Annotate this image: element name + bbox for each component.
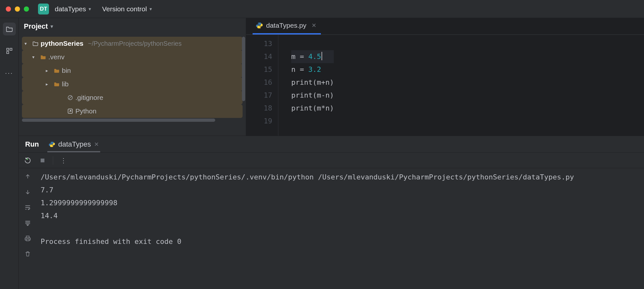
line-number: 17	[246, 89, 272, 102]
svg-line-4	[69, 96, 72, 99]
tree-item-label: .gitignore	[75, 94, 103, 101]
tree-item-label: Python	[75, 107, 96, 115]
line-gutter: 13 14 15 16 17 18 19	[246, 35, 278, 136]
more-toolwindows-button[interactable]: ···	[3, 66, 16, 79]
console-side-toolbar	[19, 168, 37, 289]
project-badge[interactable]: DT	[38, 4, 49, 14]
svg-rect-1	[10, 48, 12, 50]
chevron-down-icon: ▾	[89, 6, 91, 12]
folder-icon	[40, 54, 46, 60]
line-number: 13	[246, 37, 272, 50]
python-file-icon	[49, 141, 55, 148]
vertical-dots-icon: ⋮	[60, 157, 67, 164]
structure-icon	[6, 47, 13, 54]
stop-button[interactable]	[38, 156, 47, 165]
chevron-down-icon: ▾	[149, 6, 152, 12]
zoom-window-button[interactable]	[24, 6, 29, 12]
svg-rect-6	[41, 159, 44, 162]
shortcut-icon	[67, 108, 73, 114]
toolwindow-rail: ···	[0, 18, 19, 289]
tree-item-label: .venv	[48, 53, 64, 61]
line-number: 16	[246, 76, 272, 89]
line-number: 18	[246, 102, 272, 115]
line-number: 14	[246, 50, 272, 63]
rerun-button[interactable]	[23, 156, 32, 165]
soft-wrap-button[interactable]	[23, 203, 32, 212]
run-config-name: dataTypes	[58, 140, 91, 149]
chevron-down-icon: ▾	[51, 24, 53, 29]
python-file-icon	[256, 22, 263, 29]
code-content[interactable]: m = 4.5 n = 3.2 print(m+n) print(m-n) pr…	[278, 35, 334, 136]
close-window-button[interactable]	[6, 6, 11, 12]
project-panel: Project ▾ ▾ pythonSeries ~/PycharmProjec…	[19, 18, 246, 136]
project-name-label: dataTypes	[55, 5, 86, 13]
close-run-tab-button[interactable]: ✕	[94, 141, 99, 148]
code-area[interactable]: 13 14 15 16 17 18 19 m = 4.5 n = 3.2 pri…	[246, 35, 644, 136]
folder-icon	[32, 40, 39, 47]
run-panel-label[interactable]: Run	[24, 137, 40, 152]
project-toolwindow-button[interactable]	[3, 23, 16, 35]
editor: dataTypes.py ✕ 13 14 15 16 17 18 19	[246, 18, 644, 136]
run-tabbar: Run dataTypes ✕	[19, 136, 644, 153]
run-config-tab[interactable]: dataTypes ✕	[47, 137, 101, 152]
scroll-to-end-button[interactable]	[23, 218, 32, 227]
scroll-to-top-button[interactable]	[23, 172, 32, 181]
project-panel-title: Project	[24, 22, 48, 31]
print-button[interactable]	[23, 234, 32, 243]
vcs-menu[interactable]: Version control ▾	[102, 5, 152, 13]
chevron-down-icon[interactable]: ▾	[32, 54, 38, 60]
more-run-actions-button[interactable]: ⋮	[59, 156, 68, 165]
scroll-to-bottom-button[interactable]	[23, 188, 32, 197]
tree-item-python-link[interactable]: Python	[22, 104, 243, 118]
tree-item-label: lib	[62, 80, 69, 88]
svg-rect-0	[6, 48, 8, 50]
window-controls	[6, 6, 29, 12]
run-toolbar: ⋮	[19, 153, 644, 168]
chevron-right-icon[interactable]: ▸	[46, 82, 52, 87]
text-cursor	[322, 52, 322, 60]
dots-icon: ···	[5, 69, 14, 77]
tree-item-bin[interactable]: ▸ bin	[22, 64, 243, 77]
tree-item-label: bin	[62, 67, 71, 74]
tree-item-lib[interactable]: ▸ lib	[22, 77, 243, 91]
project-tree[interactable]: ▾ pythonSeries ~/PycharmProjects/pythonS…	[22, 37, 243, 118]
editor-tab[interactable]: dataTypes.py ✕	[253, 18, 321, 34]
tree-horizontal-scrollbar[interactable]	[22, 119, 243, 122]
tree-root-path: ~/PycharmProjects/pythonSeries	[88, 40, 182, 47]
tree-item-venv[interactable]: ▾ .venv	[22, 50, 243, 64]
tree-root-name: pythonSeries	[41, 40, 83, 47]
vcs-label: Version control	[102, 5, 147, 13]
clear-all-button[interactable]	[23, 249, 32, 258]
line-number: 15	[246, 63, 272, 76]
tree-item-gitignore[interactable]: .gitignore	[22, 91, 243, 104]
toolbar-separator	[53, 156, 53, 165]
chevron-down-icon[interactable]: ▾	[24, 41, 30, 46]
chevron-right-icon[interactable]: ▸	[46, 68, 52, 73]
tree-vertical-scrollbar[interactable]	[242, 37, 245, 114]
structure-toolwindow-button[interactable]	[3, 44, 16, 57]
folder-icon	[53, 81, 60, 87]
block-icon	[67, 94, 73, 101]
folder-icon	[53, 67, 60, 74]
svg-rect-2	[6, 52, 8, 53]
folder-icon	[5, 25, 13, 33]
tree-root[interactable]: ▾ pythonSeries ~/PycharmProjects/pythonS…	[22, 37, 243, 50]
project-selector[interactable]: dataTypes ▾	[55, 5, 91, 13]
editor-tab-filename: dataTypes.py	[266, 22, 306, 29]
run-panel: Run dataTypes ✕ ⋮	[19, 136, 644, 289]
titlebar: DT dataTypes ▾ Version control ▾	[0, 0, 644, 18]
close-tab-button[interactable]: ✕	[312, 22, 316, 29]
line-number: 19	[246, 115, 272, 128]
console-output[interactable]: /Users/mlevanduski/PycharmProjects/pytho…	[37, 168, 644, 289]
editor-tabbar: dataTypes.py ✕	[246, 18, 644, 35]
project-panel-header[interactable]: Project ▾	[19, 18, 246, 35]
minimize-window-button[interactable]	[15, 6, 20, 12]
